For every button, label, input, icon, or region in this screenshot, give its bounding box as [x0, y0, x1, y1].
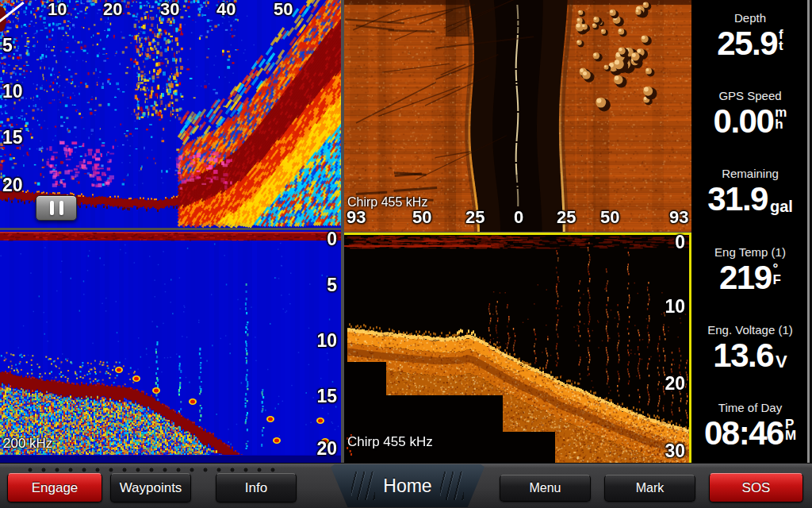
range-tick: 0	[514, 209, 523, 226]
data-field-depth[interactable]: Depth 25.9ft	[693, 11, 807, 60]
depth-tick: 10	[2, 83, 23, 101]
data-field-time-of-day[interactable]: Time of Day 08:46PM	[693, 401, 807, 450]
sonar-200khz-canvas	[0, 230, 341, 463]
data-overlay-sidebar: Depth 25.9ft GPS Speed 0.00mh Remaining …	[691, 0, 812, 463]
depth-tick: 5	[327, 276, 337, 294]
home-grip-right	[440, 471, 464, 500]
bottom-toolbar: Engage Waypoints Info Home Menu Mark SOS	[0, 463, 812, 508]
engage-button[interactable]: Engage	[7, 473, 102, 502]
sos-button[interactable]: SOS	[709, 473, 803, 502]
frequency-label: Chirp 455 kHz	[347, 435, 433, 448]
frequency-label: 200 kHz	[3, 437, 52, 450]
range-tick: 50	[274, 1, 293, 18]
range-tick: 93	[347, 209, 366, 226]
field-value: 219	[719, 261, 772, 294]
field-label: Time of Day	[718, 401, 782, 414]
sonar-200khz-panel[interactable]: 0 5 10 15 20 200 kHz	[0, 230, 341, 463]
range-tick: 25	[557, 209, 576, 226]
field-value: 08:46	[704, 417, 783, 450]
field-value: 0.00	[714, 105, 774, 138]
sonar-traditional-canvas	[0, 0, 341, 228]
downscan-panel[interactable]: 0 10 20 30 Chirp 455 kHz	[344, 233, 691, 463]
field-value: 31.9	[707, 183, 768, 216]
depth-tick: 10	[665, 298, 685, 316]
field-value: 13.6	[713, 339, 773, 372]
field-unit: gal	[770, 198, 793, 214]
field-unit: PM	[785, 419, 796, 442]
waypoints-button[interactable]: Waypoints	[110, 473, 191, 502]
depth-tick: 0	[675, 233, 685, 252]
depth-tick: 20	[316, 440, 337, 458]
downscan-canvas	[344, 233, 691, 463]
mark-button[interactable]: Mark	[604, 475, 695, 502]
menu-button[interactable]: Menu	[500, 475, 591, 502]
home-label: Home	[383, 475, 431, 497]
data-field-fuel-remaining[interactable]: Remaining 31.9gal	[693, 167, 807, 216]
field-label: Eng. Voltage (1)	[707, 323, 793, 337]
depth-tick: 5	[2, 37, 13, 55]
pause-button[interactable]	[36, 195, 77, 221]
range-tick: 93	[669, 209, 688, 226]
range-tick: 10	[48, 1, 67, 18]
field-label: GPS Speed	[718, 89, 781, 102]
field-unit: V	[776, 353, 787, 371]
field-unit: °F	[773, 264, 781, 287]
depth-tick: 20	[665, 375, 685, 393]
data-field-gps-speed[interactable]: GPS Speed 0.00mh	[693, 89, 807, 138]
info-button[interactable]: Info	[216, 473, 297, 502]
pause-icon	[59, 201, 63, 215]
range-tick: 25	[465, 209, 485, 226]
home-button[interactable]: Home	[331, 464, 485, 507]
field-value: 25.9	[717, 27, 777, 60]
data-field-engine-temp[interactable]: Eng Temp (1) 219°F	[693, 245, 807, 294]
sonar-traditional-panel[interactable]: 10 20 30 40 50 5 10 15 20	[0, 0, 341, 228]
field-label: Remaining	[722, 167, 779, 180]
depth-tick: 30	[665, 442, 685, 460]
sidescan-panel[interactable]: Chirp 455 kHz 93 50 25 0 25 50 93	[344, 0, 691, 232]
range-tick: 20	[103, 1, 122, 18]
range-tick: 30	[160, 1, 179, 18]
sonar-panel-grid: 10 20 30 40 50 5 10 15 20 Chirp 455 kHz …	[0, 0, 691, 463]
field-unit: ft	[779, 29, 783, 52]
depth-tick: 20	[2, 176, 23, 194]
range-tick: 50	[600, 209, 619, 226]
field-label: Eng Temp (1)	[714, 245, 786, 259]
pause-icon	[50, 201, 54, 215]
depth-tick: 0	[327, 230, 337, 248]
depth-tick: 10	[316, 332, 337, 350]
depth-tick: 15	[316, 387, 337, 406]
field-label: Depth	[734, 11, 766, 25]
data-field-engine-voltage[interactable]: Eng. Voltage (1) 13.6V	[693, 323, 807, 372]
range-tick: 50	[412, 209, 431, 226]
range-tick: 40	[216, 1, 236, 18]
home-grip-left	[351, 471, 375, 500]
chartplotter-screen: 10 20 30 40 50 5 10 15 20 Chirp 455 kHz …	[0, 0, 812, 508]
field-unit: mh	[775, 107, 787, 130]
depth-tick: 15	[2, 129, 23, 147]
